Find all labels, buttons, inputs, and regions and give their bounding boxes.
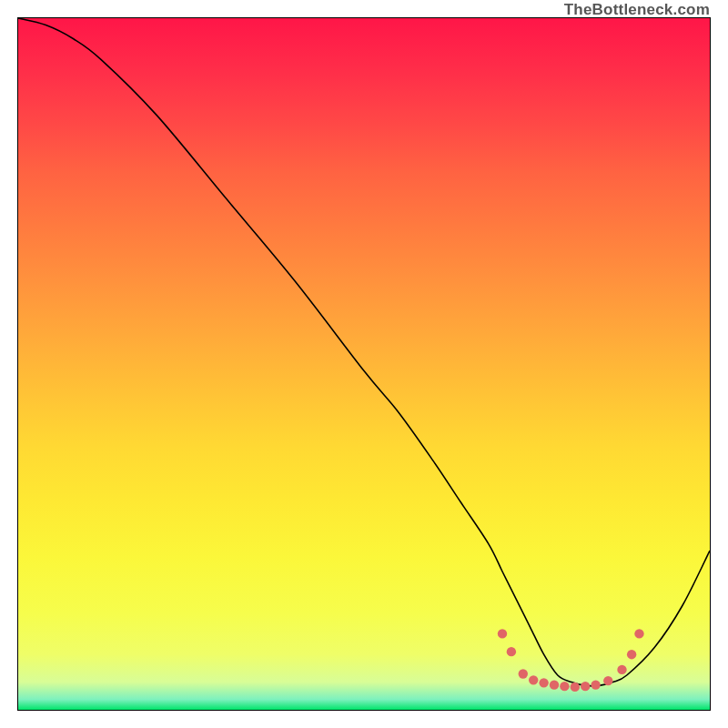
chart-container: TheBottleneck.com [0,0,728,728]
data-marker [634,629,643,638]
data-marker [591,680,600,689]
chart-svg [18,18,710,710]
data-marker [627,650,636,659]
data-marker [519,669,528,678]
bottleneck-curve [18,18,710,686]
data-marker [550,680,559,689]
data-marker [617,665,626,674]
data-marker [539,678,548,687]
data-marker [560,682,569,691]
data-marker [498,629,507,638]
data-marker [581,682,590,691]
data-marker [571,682,580,692]
watermark-text: TheBottleneck.com [564,1,710,19]
data-marker [529,675,538,684]
data-marker [507,647,516,656]
plot-area [17,17,711,711]
data-marker [603,676,612,685]
